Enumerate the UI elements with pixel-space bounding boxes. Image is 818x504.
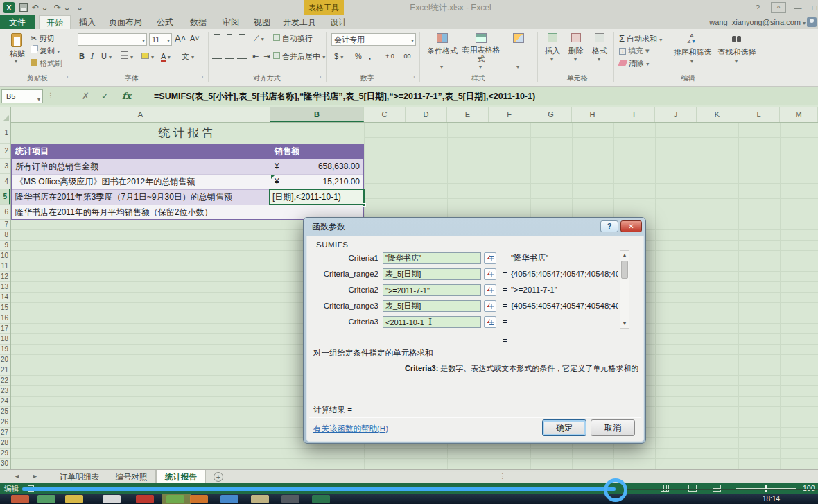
italic-button[interactable]: I — [90, 51, 93, 62]
scroll-down-icon[interactable]: ▼ — [620, 320, 629, 328]
number-format-combo[interactable]: 会计专用▾ — [331, 33, 416, 46]
align-middle-button[interactable] — [225, 35, 234, 45]
row-header[interactable]: 18 — [0, 334, 10, 345]
tab-file[interactable]: 文件 — [0, 15, 35, 29]
shrink-font-button[interactable]: A˅ — [190, 33, 200, 44]
row-header[interactable]: 15 — [0, 303, 10, 313]
taskbar-app-icon[interactable] — [136, 495, 154, 503]
select-all-corner[interactable] — [0, 107, 11, 123]
tab-review[interactable]: 审阅 — [215, 15, 247, 29]
clear-button[interactable]: 清除 ▾ — [619, 58, 649, 69]
column-header[interactable]: H — [572, 107, 614, 122]
cut-button[interactable]: ✂ 剪切 — [31, 33, 54, 44]
scroll-up-icon[interactable]: ▲ — [620, 251, 629, 259]
comma-style-button[interactable]: , — [369, 51, 371, 62]
criteria2-input[interactable] — [383, 284, 481, 296]
dialog-help-button[interactable]: ? — [600, 220, 618, 232]
table-header-row[interactable]: 统计项目 销售额 — [11, 144, 364, 159]
align-center-button[interactable] — [225, 51, 234, 62]
tab-page-layout[interactable]: 页面布局 — [103, 15, 148, 29]
column-header[interactable]: F — [489, 107, 530, 122]
sheet-tab-orders[interactable]: 订单明细表 — [52, 470, 107, 484]
column-header[interactable]: C — [364, 107, 406, 122]
sheet-tab-codes[interactable]: 编号对照 — [107, 470, 156, 484]
phonetic-button[interactable]: 文 ▾ — [182, 51, 194, 62]
taskbar-app-icon[interactable] — [190, 495, 208, 503]
column-header[interactable]: K — [697, 107, 738, 122]
page-break-view-icon[interactable] — [713, 485, 721, 492]
range-picker-button[interactable] — [484, 316, 496, 328]
tab-insert[interactable]: 插入 — [72, 15, 103, 29]
dialog-launcher-icon[interactable]: ⌟ — [65, 72, 68, 79]
row-header[interactable]: 25 — [0, 407, 10, 417]
table-row[interactable]: 《MS Office高级应用》图书在2012年的总销售额 ¥ 15,210.00 — [11, 174, 364, 189]
redo-icon[interactable]: ↷ ⌄ — [54, 0, 70, 15]
copy-button[interactable]: 复制 ▾ — [31, 46, 60, 57]
ribbon-display-options-button[interactable]: ^ — [771, 2, 786, 13]
column-header[interactable]: B — [270, 107, 364, 122]
row-header[interactable]: 24 — [0, 397, 10, 407]
criteria1-input[interactable] — [383, 252, 481, 264]
account-name[interactable]: wang_xianyong@sina.com ▾ — [709, 15, 806, 29]
decrease-decimal-button[interactable]: .00 — [402, 51, 411, 62]
fill-handle[interactable] — [363, 203, 366, 207]
video-scrubber-handle[interactable] — [604, 478, 627, 502]
column-header[interactable]: E — [447, 107, 489, 122]
report-title-cell[interactable]: 统计报告 — [11, 123, 364, 144]
avatar[interactable] — [807, 17, 817, 27]
sheet-tab-report[interactable]: 统计报告 — [156, 470, 206, 484]
row-header[interactable]: 12 — [0, 272, 10, 282]
name-box[interactable]: B5▾ — [1, 89, 43, 103]
row-header[interactable]: 17 — [0, 324, 10, 334]
tab-developer[interactable]: 开发工具 — [277, 15, 322, 29]
orientation-button[interactable]: ⟋ ▾ — [254, 33, 264, 44]
align-top-button[interactable] — [212, 35, 222, 45]
grow-font-button[interactable]: A˄ — [175, 33, 186, 44]
minimize-button[interactable]: — — [790, 2, 806, 13]
add-sheet-button[interactable]: + — [214, 472, 223, 482]
function-help-link[interactable]: 有关该函数的帮助(H) — [313, 424, 388, 434]
merge-center-button[interactable]: 合并后居中 ▾ — [273, 51, 325, 62]
column-header[interactable]: I — [614, 107, 655, 122]
splitter-dots-icon[interactable]: ⋮ — [499, 472, 506, 480]
table-row[interactable]: 所有订单的总销售金额 ¥ 658,638.00 — [11, 159, 364, 174]
sheet-nav-right-icon[interactable]: ► — [32, 473, 38, 480]
row-header[interactable]: 3 — [0, 159, 10, 174]
zoom-level[interactable]: 100 — [803, 484, 815, 492]
dialog-launcher-icon[interactable]: ⌟ — [412, 72, 415, 79]
ok-button[interactable]: 确定 — [542, 419, 586, 436]
row-header[interactable]: 19 — [0, 345, 10, 355]
wrap-text-button[interactable]: 自动换行 — [273, 33, 313, 44]
column-header[interactable]: A — [11, 107, 270, 122]
row-header[interactable]: 23 — [0, 386, 10, 397]
insert-function-button[interactable]: fx — [122, 90, 131, 103]
range-picker-button[interactable] — [484, 268, 496, 280]
excel-logo-icon[interactable]: X — [3, 2, 15, 13]
help-button[interactable]: ? — [750, 2, 765, 13]
column-header[interactable]: J — [655, 107, 697, 122]
font-name-combo[interactable]: ▾ — [78, 33, 147, 46]
row-header[interactable]: 27 — [0, 428, 10, 438]
row-header[interactable]: 26 — [0, 417, 10, 428]
tab-design[interactable]: 设计 — [322, 15, 355, 29]
row-header[interactable]: 16 — [0, 313, 10, 324]
scrollbar-thumb[interactable] — [621, 261, 628, 279]
range-picker-button[interactable] — [484, 252, 496, 264]
column-header[interactable]: G — [530, 107, 572, 122]
criteria-range3-input[interactable] — [383, 300, 481, 312]
increase-decimal-button[interactable]: +.0 — [385, 51, 394, 62]
row-header[interactable]: 14 — [0, 293, 10, 303]
column-header[interactable]: D — [406, 107, 447, 122]
row-header[interactable]: 5 — [0, 189, 10, 205]
borders-button[interactable]: ▾ — [121, 51, 133, 62]
increase-indent-button[interactable]: ⇥ — [263, 51, 270, 62]
formula-input[interactable]: =SUMIFS(表_5[小计],表_5[书店名称],“隆华书店”,表_5[日期]… — [154, 90, 812, 103]
fill-color-button[interactable]: ▾ — [141, 51, 154, 62]
font-color-button[interactable]: A ▾ — [161, 51, 171, 62]
taskbar-app-icon[interactable] — [65, 495, 83, 503]
enter-entry-button[interactable]: ✓ — [101, 90, 109, 103]
taskbar-app-icon[interactable] — [281, 495, 299, 503]
video-progress-bar[interactable] — [22, 487, 616, 491]
dialog-scrollbar[interactable]: ▲ ▼ — [620, 250, 629, 329]
row-header[interactable]: 2 — [0, 144, 10, 159]
